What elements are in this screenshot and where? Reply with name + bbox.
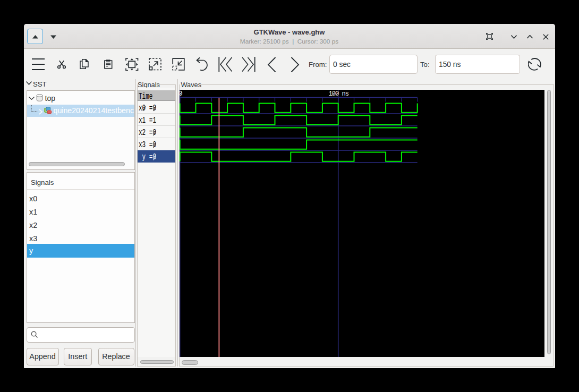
- svg-text:100 ns: 100 ns: [328, 90, 348, 98]
